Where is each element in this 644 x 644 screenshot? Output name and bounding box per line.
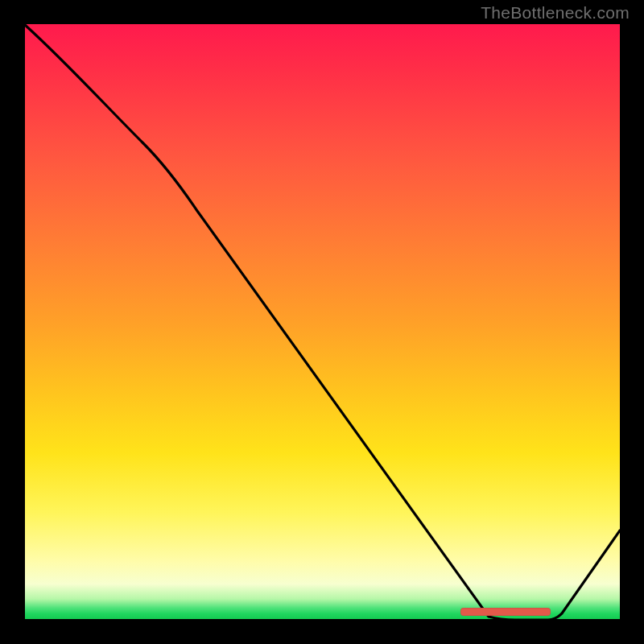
watermark-text: TheBottleneck.com: [481, 3, 630, 23]
bottleneck-curve: [24, 24, 620, 620]
y-axis: [23, 23, 25, 621]
chart-stage: TheBottleneck.com: [0, 0, 644, 644]
x-axis: [23, 619, 621, 621]
optimal-range-marker: [460, 608, 551, 616]
plot-area: [24, 24, 620, 620]
